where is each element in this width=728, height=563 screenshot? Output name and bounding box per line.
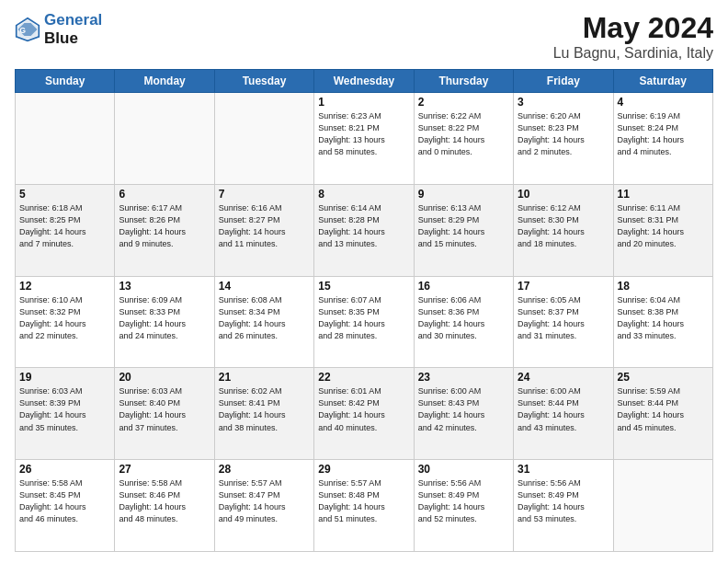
calendar-cell: 31Sunrise: 5:56 AMSunset: 8:49 PMDayligh… xyxy=(514,460,613,552)
calendar-row-3: 12Sunrise: 6:10 AMSunset: 8:32 PMDayligh… xyxy=(16,276,713,368)
day-number: 16 xyxy=(418,280,509,293)
col-header-sunday: Sunday xyxy=(16,70,115,93)
calendar-cell: 21Sunrise: 6:02 AMSunset: 8:41 PMDayligh… xyxy=(214,368,313,460)
day-number: 8 xyxy=(318,188,409,201)
calendar-cell: 17Sunrise: 6:05 AMSunset: 8:37 PMDayligh… xyxy=(514,276,613,368)
day-number: 18 xyxy=(618,280,709,293)
day-info: Sunrise: 6:03 AMSunset: 8:40 PMDaylight:… xyxy=(119,385,210,433)
calendar-row-4: 19Sunrise: 6:03 AMSunset: 8:39 PMDayligh… xyxy=(16,368,713,460)
calendar-cell: 2Sunrise: 6:22 AMSunset: 8:22 PMDaylight… xyxy=(414,93,513,185)
day-number: 26 xyxy=(19,463,110,476)
calendar-cell: 5Sunrise: 6:18 AMSunset: 8:25 PMDaylight… xyxy=(16,184,115,276)
day-info: Sunrise: 5:57 AMSunset: 8:47 PMDaylight:… xyxy=(219,477,310,525)
day-info: Sunrise: 6:11 AMSunset: 8:31 PMDaylight:… xyxy=(618,202,709,250)
day-number: 20 xyxy=(119,371,210,384)
day-info: Sunrise: 6:02 AMSunset: 8:41 PMDaylight:… xyxy=(219,385,310,433)
calendar-row-2: 5Sunrise: 6:18 AMSunset: 8:25 PMDaylight… xyxy=(16,184,713,276)
calendar-cell xyxy=(214,93,313,185)
calendar-cell: 13Sunrise: 6:09 AMSunset: 8:33 PMDayligh… xyxy=(115,276,214,368)
calendar-cell: 4Sunrise: 6:19 AMSunset: 8:24 PMDaylight… xyxy=(613,93,712,185)
day-number: 4 xyxy=(618,96,709,109)
logo-icon: G xyxy=(15,17,40,42)
calendar-cell: 22Sunrise: 6:01 AMSunset: 8:42 PMDayligh… xyxy=(314,368,414,460)
calendar-cell: 14Sunrise: 6:08 AMSunset: 8:34 PMDayligh… xyxy=(214,276,313,368)
day-info: Sunrise: 6:14 AMSunset: 8:28 PMDaylight:… xyxy=(318,202,409,250)
day-number: 17 xyxy=(518,280,609,293)
calendar-cell: 1Sunrise: 6:23 AMSunset: 8:21 PMDaylight… xyxy=(314,93,414,185)
day-number: 14 xyxy=(219,280,310,293)
page: G General Blue May 2024 Lu Bagnu, Sardin… xyxy=(0,0,728,563)
calendar-cell: 19Sunrise: 6:03 AMSunset: 8:39 PMDayligh… xyxy=(16,368,115,460)
calendar-cell: 6Sunrise: 6:17 AMSunset: 8:26 PMDaylight… xyxy=(115,184,214,276)
day-info: Sunrise: 6:22 AMSunset: 8:22 PMDaylight:… xyxy=(418,110,509,158)
day-info: Sunrise: 6:06 AMSunset: 8:36 PMDaylight:… xyxy=(418,294,509,342)
day-number: 7 xyxy=(219,188,310,201)
day-number: 21 xyxy=(219,371,310,384)
calendar-cell: 9Sunrise: 6:13 AMSunset: 8:29 PMDaylight… xyxy=(414,184,513,276)
calendar-cell: 23Sunrise: 6:00 AMSunset: 8:43 PMDayligh… xyxy=(414,368,513,460)
day-number: 19 xyxy=(19,371,110,384)
day-info: Sunrise: 6:20 AMSunset: 8:23 PMDaylight:… xyxy=(518,110,609,158)
calendar-cell: 7Sunrise: 6:16 AMSunset: 8:27 PMDaylight… xyxy=(214,184,313,276)
day-info: Sunrise: 6:16 AMSunset: 8:27 PMDaylight:… xyxy=(219,202,310,250)
day-info: Sunrise: 6:19 AMSunset: 8:24 PMDaylight:… xyxy=(618,110,709,158)
calendar-cell: 12Sunrise: 6:10 AMSunset: 8:32 PMDayligh… xyxy=(16,276,115,368)
day-info: Sunrise: 6:00 AMSunset: 8:43 PMDaylight:… xyxy=(418,385,509,433)
day-info: Sunrise: 6:07 AMSunset: 8:35 PMDaylight:… xyxy=(318,294,409,342)
day-number: 10 xyxy=(518,188,609,201)
day-info: Sunrise: 6:05 AMSunset: 8:37 PMDaylight:… xyxy=(518,294,609,342)
day-number: 31 xyxy=(518,463,609,476)
day-info: Sunrise: 6:09 AMSunset: 8:33 PMDaylight:… xyxy=(119,294,210,342)
day-info: Sunrise: 5:59 AMSunset: 8:44 PMDaylight:… xyxy=(618,385,709,433)
logo: G General Blue xyxy=(15,11,102,47)
day-number: 24 xyxy=(518,371,609,384)
calendar-cell: 24Sunrise: 6:00 AMSunset: 8:44 PMDayligh… xyxy=(514,368,613,460)
day-info: Sunrise: 6:10 AMSunset: 8:32 PMDaylight:… xyxy=(19,294,110,342)
calendar-cell: 10Sunrise: 6:12 AMSunset: 8:30 PMDayligh… xyxy=(514,184,613,276)
day-info: Sunrise: 6:04 AMSunset: 8:38 PMDaylight:… xyxy=(618,294,709,342)
calendar-row-1: 1Sunrise: 6:23 AMSunset: 8:21 PMDaylight… xyxy=(16,93,713,185)
day-info: Sunrise: 6:03 AMSunset: 8:39 PMDaylight:… xyxy=(19,385,110,433)
col-header-friday: Friday xyxy=(514,70,613,93)
day-number: 25 xyxy=(618,371,709,384)
calendar-cell: 26Sunrise: 5:58 AMSunset: 8:45 PMDayligh… xyxy=(16,460,115,552)
calendar-cell xyxy=(613,460,712,552)
calendar-cell: 16Sunrise: 6:06 AMSunset: 8:36 PMDayligh… xyxy=(414,276,513,368)
day-number: 28 xyxy=(219,463,310,476)
col-header-wednesday: Wednesday xyxy=(314,70,414,93)
day-number: 5 xyxy=(19,188,110,201)
calendar-cell xyxy=(16,93,115,185)
day-info: Sunrise: 6:18 AMSunset: 8:25 PMDaylight:… xyxy=(19,202,110,250)
day-info: Sunrise: 5:56 AMSunset: 8:49 PMDaylight:… xyxy=(518,477,609,525)
logo-text: General Blue xyxy=(44,11,102,47)
calendar-cell: 11Sunrise: 6:11 AMSunset: 8:31 PMDayligh… xyxy=(613,184,712,276)
day-number: 3 xyxy=(518,96,609,109)
calendar-cell: 15Sunrise: 6:07 AMSunset: 8:35 PMDayligh… xyxy=(314,276,414,368)
day-number: 15 xyxy=(318,280,409,293)
day-info: Sunrise: 5:57 AMSunset: 8:48 PMDaylight:… xyxy=(318,477,409,525)
day-number: 1 xyxy=(318,96,409,109)
day-info: Sunrise: 5:58 AMSunset: 8:45 PMDaylight:… xyxy=(19,477,110,525)
day-info: Sunrise: 6:01 AMSunset: 8:42 PMDaylight:… xyxy=(318,385,409,433)
logo-blue: Blue xyxy=(44,29,102,48)
col-header-thursday: Thursday xyxy=(414,70,513,93)
calendar-cell: 30Sunrise: 5:56 AMSunset: 8:49 PMDayligh… xyxy=(414,460,513,552)
col-header-saturday: Saturday xyxy=(613,70,712,93)
calendar-row-5: 26Sunrise: 5:58 AMSunset: 8:45 PMDayligh… xyxy=(16,460,713,552)
day-info: Sunrise: 6:00 AMSunset: 8:44 PMDaylight:… xyxy=(518,385,609,433)
day-info: Sunrise: 6:17 AMSunset: 8:26 PMDaylight:… xyxy=(119,202,210,250)
calendar-cell: 3Sunrise: 6:20 AMSunset: 8:23 PMDaylight… xyxy=(514,93,613,185)
col-header-monday: Monday xyxy=(115,70,214,93)
day-info: Sunrise: 6:08 AMSunset: 8:34 PMDaylight:… xyxy=(219,294,310,342)
logo-general: General xyxy=(44,11,102,29)
calendar-cell: 25Sunrise: 5:59 AMSunset: 8:44 PMDayligh… xyxy=(613,368,712,460)
location-subtitle: Lu Bagnu, Sardinia, Italy xyxy=(553,45,713,62)
title-block: May 2024 Lu Bagnu, Sardinia, Italy xyxy=(553,11,713,62)
calendar-cell: 18Sunrise: 6:04 AMSunset: 8:38 PMDayligh… xyxy=(613,276,712,368)
day-number: 29 xyxy=(318,463,409,476)
day-number: 9 xyxy=(418,188,509,201)
header: G General Blue May 2024 Lu Bagnu, Sardin… xyxy=(15,11,713,62)
calendar-cell xyxy=(115,93,214,185)
calendar-cell: 28Sunrise: 5:57 AMSunset: 8:47 PMDayligh… xyxy=(214,460,313,552)
day-number: 11 xyxy=(618,188,709,201)
